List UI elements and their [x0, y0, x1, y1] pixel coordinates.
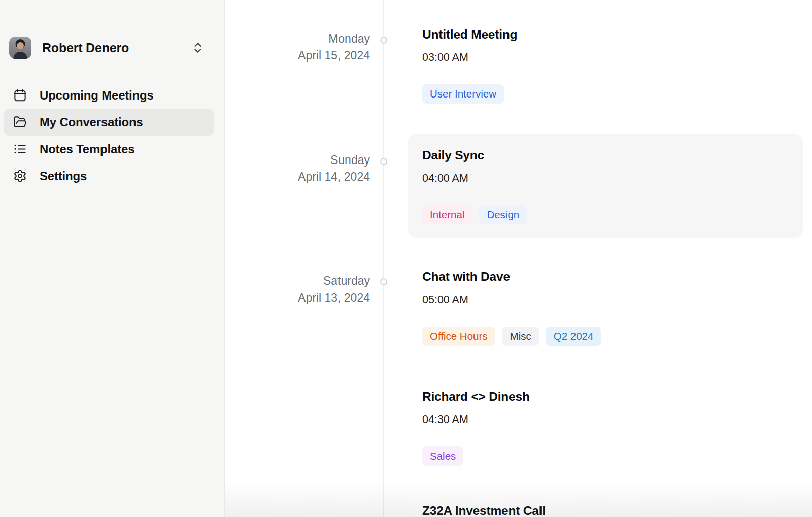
timeline-date: Saturday April 13, 2024 [225, 273, 370, 306]
timeline-date: Sunday April 14, 2024 [225, 152, 370, 185]
meeting-time: 04:00 AM [422, 172, 789, 185]
meeting-title: Daily Sync [422, 148, 789, 163]
sidebar-item-settings[interactable]: Settings [4, 163, 214, 189]
chevrons-up-down-icon[interactable] [191, 41, 205, 54]
calendar-icon [13, 88, 27, 102]
timeline-dot [380, 278, 387, 285]
timeline-date: Monday April 15, 2024 [225, 30, 370, 64]
timeline-group: Sunday April 14, 2024 Daily Sync 04:00 A… [225, 134, 812, 238]
date-label: April 13, 2024 [225, 289, 370, 306]
user-name: Robert Denero [42, 41, 191, 55]
sidebar-item-my-conversations[interactable]: My Conversations [4, 109, 214, 136]
app-window: Robert Denero Upcoming Meetings [0, 0, 812, 517]
timeline-dot [380, 158, 387, 165]
sidebar: Robert Denero Upcoming Meetings [0, 0, 225, 517]
folder-icon [13, 115, 27, 129]
sidebar-item-label: Settings [40, 169, 87, 183]
meeting-tag: Sales [422, 446, 463, 466]
meeting-tag: Misc [502, 327, 539, 346]
sidebar-item-label: Notes Templates [40, 142, 134, 156]
meeting-card[interactable]: Richard <> Dinesh 04:30 AM Sales [408, 389, 803, 466]
meeting-card[interactable]: Daily Sync 04:00 AM Internal Design [408, 134, 803, 238]
date-label: April 14, 2024 [225, 169, 370, 185]
sidebar-nav: Upcoming Meetings My Conversations [4, 82, 214, 189]
meeting-card[interactable]: Z32A Investment Call [408, 503, 803, 517]
avatar [9, 37, 31, 59]
meeting-tags: Sales [422, 446, 789, 466]
timeline-dot [380, 37, 387, 44]
meeting-title: Chat with Dave [422, 269, 789, 284]
sidebar-item-notes-templates[interactable]: Notes Templates [4, 136, 214, 163]
meeting-tag: Internal [422, 205, 472, 224]
user-profile-switcher[interactable]: Robert Denero [9, 36, 214, 60]
day-label: Saturday [225, 273, 370, 289]
meeting-tag: Office Hours [422, 327, 495, 346]
meeting-title: Z32A Investment Call [422, 503, 789, 517]
meeting-title: Untitled Meeting [422, 27, 789, 42]
gear-icon [13, 169, 27, 183]
day-label: Monday [225, 30, 370, 47]
day-label: Sunday [225, 152, 370, 169]
list-icon [13, 142, 27, 156]
sidebar-item-upcoming-meetings[interactable]: Upcoming Meetings [4, 82, 214, 109]
meeting-time: 04:30 AM [422, 413, 789, 426]
timeline-group: Saturday April 13, 2024 Chat with Dave 0… [225, 269, 812, 517]
meeting-time: 03:00 AM [422, 51, 789, 64]
meeting-tag: Q2 2024 [546, 327, 601, 346]
meeting-tags: Office Hours Misc Q2 2024 [422, 327, 789, 346]
meeting-tag: User Interview [422, 84, 504, 104]
meeting-tags: Internal Design [422, 205, 789, 224]
timeline-group: Monday April 15, 2024 Untitled Meeting 0… [225, 27, 812, 104]
meeting-time: 05:00 AM [422, 293, 789, 306]
meeting-card[interactable]: Untitled Meeting 03:00 AM User Interview [408, 27, 803, 104]
sidebar-item-label: My Conversations [40, 115, 143, 130]
meeting-card[interactable]: Chat with Dave 05:00 AM Office Hours Mis… [408, 269, 803, 346]
sidebar-item-label: Upcoming Meetings [40, 88, 154, 103]
meeting-title: Richard <> Dinesh [422, 389, 789, 404]
date-label: April 15, 2024 [225, 47, 370, 64]
meeting-tag: Design [479, 205, 527, 224]
conversations-timeline: Monday April 15, 2024 Untitled Meeting 0… [225, 0, 812, 517]
meeting-tags: User Interview [422, 84, 789, 104]
